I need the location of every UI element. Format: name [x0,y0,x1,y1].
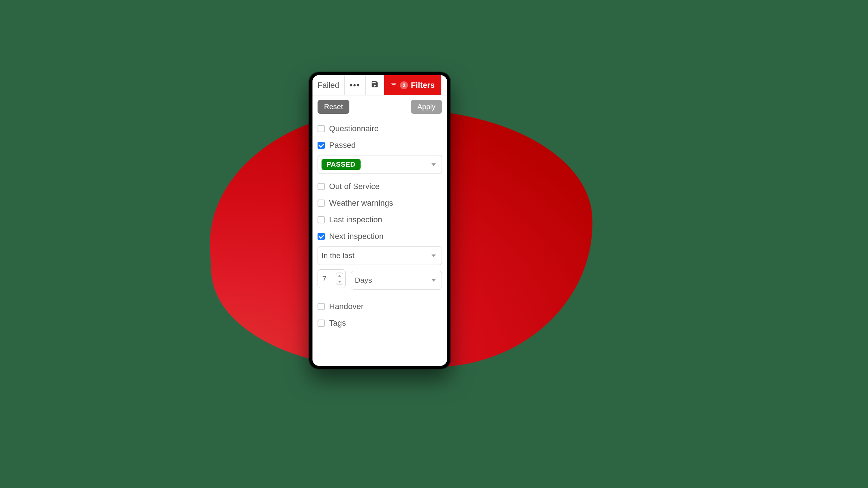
chevron-down-icon [425,271,442,289]
checkbox-checked[interactable] [318,233,325,240]
more-icon: ••• [350,81,360,90]
download-icon [447,81,447,90]
failed-button[interactable]: Failed [312,75,345,95]
stepper-down-icon[interactable] [336,279,343,285]
filter-handover[interactable]: Handover [318,298,442,315]
filter-tags[interactable]: Tags [318,315,442,331]
range-mode-value: In the last [322,251,354,260]
checkbox-unchecked[interactable] [318,320,325,327]
filter-label: Weather warnings [329,198,393,208]
filter-label: Handover [329,302,363,311]
filter-count-badge: 2 [400,81,408,89]
checkbox-unchecked[interactable] [318,303,325,310]
number-stepper[interactable] [336,273,343,285]
checkbox-unchecked[interactable] [318,125,325,132]
passed-pill: PASSED [322,159,361,170]
download-button[interactable] [442,75,447,95]
filter-label: Next inspection [329,232,383,241]
filter-label: Tags [329,318,346,328]
checkbox-unchecked[interactable] [318,216,325,223]
filters-label: Filters [411,81,435,90]
chevron-down-icon [425,247,442,265]
apply-button[interactable]: Apply [411,100,442,114]
filters-button[interactable]: 2 Filters [384,75,442,95]
range-amount-row: 7 Days [318,269,442,294]
filter-label: Questionnaire [329,124,379,133]
filter-last-inspection[interactable]: Last inspection [318,211,442,228]
reset-button[interactable]: Reset [318,100,349,114]
filter-next-inspection[interactable]: Next inspection [318,228,442,245]
range-amount-value: 7 [322,274,327,283]
checkbox-unchecked[interactable] [318,200,325,207]
filter-label: Last inspection [329,215,382,224]
range-unit-select[interactable]: Days [351,271,442,290]
filter-icon [391,81,397,90]
toolbar: Failed ••• 2 Filters [312,75,447,95]
device-frame: Failed ••• 2 Filters [309,72,450,369]
save-button[interactable] [366,75,384,95]
passed-select[interactable]: PASSED [318,155,442,174]
more-button[interactable]: ••• [345,75,366,95]
filter-label: Out of Service [329,182,379,191]
checkbox-unchecked[interactable] [318,183,325,190]
range-unit-value: Days [355,276,372,284]
filter-weather-warnings[interactable]: Weather warnings [318,195,442,211]
filter-passed[interactable]: Passed [318,137,442,154]
checkbox-checked[interactable] [318,142,325,149]
range-mode-select[interactable]: In the last [318,246,442,265]
filter-label: Passed [329,141,356,150]
app-screen: Failed ••• 2 Filters [312,75,447,366]
filter-questionnaire[interactable]: Questionnaire [318,120,442,137]
filter-panel: Reset Apply Questionnaire Passed PASSED … [312,95,447,366]
failed-label: Failed [318,81,339,90]
filter-out-of-service[interactable]: Out of Service [318,178,442,195]
stepper-up-icon[interactable] [336,273,343,279]
panel-header: Reset Apply [318,100,442,114]
chevron-down-icon [425,155,442,174]
range-amount-input[interactable]: 7 [318,269,346,288]
save-icon [371,80,379,90]
